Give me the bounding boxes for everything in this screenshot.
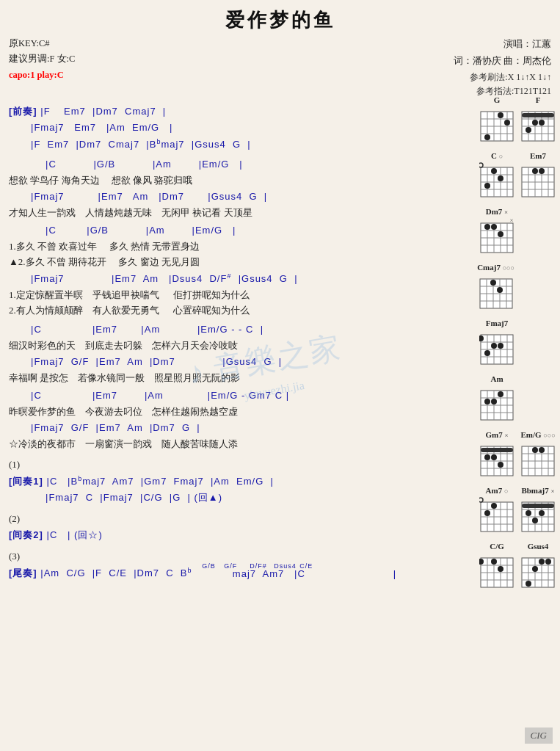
svg-point-66	[490, 280, 496, 286]
svg-point-112	[539, 447, 545, 453]
svg-point-156	[539, 559, 545, 565]
svg-point-67	[497, 287, 503, 293]
chord-row-2: C ○ Em7	[468, 151, 556, 198]
chorus-chords2: |Fmaj7 G/F |Em7 Am |Dm7 |Gsus4 G |	[9, 355, 456, 370]
svg-rect-132	[522, 504, 554, 508]
strum-pattern: 参考刷法:X 1↓↑X 1↓↑	[454, 70, 551, 84]
chorus-chords4: |Fmaj7 G/F |Em7 Am |Dm7 G |	[9, 421, 456, 436]
svg-point-135	[532, 518, 538, 523]
prelude-label: [前奏] |F Em7 |Dm7 Cmaj7 |	[9, 104, 456, 120]
chord-Cmaj7-diagram	[479, 273, 514, 310]
chord-Cmaj7: Cmaj7 ○○○	[477, 263, 514, 310]
chord-C: C ○	[479, 151, 514, 198]
svg-point-133	[526, 510, 531, 516]
chorus-lyrics1: 细汉时彩色的天 到底走去叼躲 怎样六月天会冷吱吱	[9, 338, 456, 353]
chord-Em7-diagram	[520, 162, 556, 198]
chord-row-4: Cmaj7 ○○○	[468, 263, 556, 310]
svg-point-146	[498, 566, 503, 572]
chord-F: F	[520, 95, 556, 142]
svg-point-9	[498, 112, 503, 118]
svg-point-90	[491, 399, 497, 404]
svg-point-22	[526, 127, 531, 133]
verse2-lyrics4: 2.有人为情颠颠醉 有人欲爱无勇气 心置碎呢知为什么	[9, 303, 456, 318]
chord-Am-diagram	[479, 385, 514, 421]
interlude1-line2: |Fmaj7 C |Fmaj7 |C/G |G | (回▲)	[9, 490, 456, 506]
svg-point-100	[484, 454, 490, 460]
chord-C-diagram	[479, 162, 514, 198]
chord-empty3	[520, 319, 556, 366]
chord-Dm7: Dm7 × ×	[479, 207, 514, 254]
chord-Gsus4: Gsus4	[520, 542, 556, 589]
svg-point-21	[539, 120, 545, 126]
chord-empty	[520, 207, 556, 254]
svg-point-121	[479, 498, 483, 502]
chord-row-3: Dm7 × ×	[468, 207, 556, 254]
svg-rect-99	[481, 448, 513, 452]
singer-info: 演唱：江蕙 词：潘协庆 曲：周杰伦	[454, 36, 551, 69]
prelude-line2: |Fmaj7 Em7 |Am Em/G |	[9, 120, 456, 136]
svg-point-8	[484, 134, 490, 140]
chord-row-7: Gm7 × Em/G ○○○	[468, 430, 556, 477]
svg-point-56	[491, 224, 497, 230]
svg-point-44	[539, 168, 545, 174]
chord-empty4	[520, 374, 556, 421]
svg-point-145	[491, 559, 497, 565]
interlude1-label: (1)	[9, 457, 456, 472]
interlude2-label: (2)	[9, 512, 456, 526]
chord-Gm7-diagram	[479, 440, 514, 477]
top-info: 原KEY:C# 建议男调:F 女:C capo:1 play:C 演唱：江蕙 词…	[9, 36, 551, 98]
song-title: 爱作梦的鱼	[9, 7, 551, 33]
chord-Gsus4-diagram	[520, 552, 556, 589]
verse2-lyrics3: 1.定定惊醒置半暝 乎钱追甲袂喘气 佢打拼呢知为什么	[9, 288, 456, 302]
svg-point-101	[491, 454, 497, 460]
top-right: 演唱：江蕙 词：潘协庆 曲：周杰伦 参考刷法:X 1↓↑X 1↓↑ 参考指法:T…	[454, 36, 551, 98]
svg-point-88	[498, 391, 503, 397]
bottom-logo-text: CIG	[531, 730, 547, 741]
svg-point-157	[545, 559, 551, 565]
suggested-key: 建议男调:F 女:C	[9, 51, 75, 67]
chord-CG-diagram	[479, 552, 514, 589]
svg-point-122	[484, 510, 490, 516]
svg-point-111	[532, 447, 538, 453]
chord-Bbmaj7: Bbmaj7 ×	[520, 486, 556, 533]
key-info: 原KEY:C# 建议男调:F 女:C capo:1 play:C	[9, 36, 75, 83]
svg-point-158	[532, 566, 538, 572]
original-key: 原KEY:C#	[9, 36, 75, 51]
chord-Dm7-diagram: ×	[479, 217, 514, 254]
chord-Fmaj7-diagram	[479, 329, 514, 366]
prelude-line3: |F Em7 |Dm7 Cmaj7 |Bbmaj7 |Gsus4 G |	[9, 137, 456, 153]
chord-Em7: Em7	[520, 151, 556, 198]
chord-row-8: Am7 ○ Bbmaj7 ×	[468, 486, 556, 533]
interlude2-line: [间奏2] |C | (回☆)	[9, 528, 456, 543]
svg-point-31	[479, 163, 483, 167]
svg-point-57	[498, 231, 503, 237]
chord-Bbmaj7-diagram	[520, 496, 556, 533]
chorus-chords1: |C |Em7 |Am |Em/G - - C |	[9, 322, 456, 338]
capo-info: capo:1 play:C	[9, 68, 75, 83]
svg-point-34	[484, 183, 490, 189]
chord-Fmaj7: Fmaj7	[479, 319, 514, 366]
page: 爱作梦的鱼 原KEY:C# 建议男调:F 女:C capo:1 play:C 演…	[0, 0, 560, 751]
chord-EmG-diagram	[520, 440, 556, 477]
outro-line: [尾奏] |Am C/G |F C/E |Dm7 C Bb G/B G/F D/…	[9, 565, 456, 581]
chord-G: G	[479, 95, 514, 142]
chord-G-diagram	[479, 106, 514, 142]
bottom-logo: CIG	[525, 728, 553, 744]
interlude1-line1: [间奏1] |C |Bbmaj7 Am7 |Gm7 Fmaj7 |Am Em/G…	[9, 474, 456, 490]
lyricist: 词：潘协庆 曲：周杰伦	[454, 53, 551, 70]
chord-row-6: Am	[468, 374, 556, 421]
chord-row-5: Fmaj7	[468, 319, 556, 366]
svg-point-10	[504, 120, 510, 126]
svg-point-123	[491, 503, 497, 509]
svg-point-79	[484, 350, 490, 356]
verse1-chords2: |Fmaj7 |Em7 Am |Dm7 |Gsus4 G |	[9, 189, 456, 205]
chord-Am7: Am7 ○	[479, 486, 514, 533]
main-content: [前奏] |F Em7 |Dm7 Cmaj7 | |Fmaj7 Em7 |Am …	[9, 104, 456, 581]
verse2-chords2: |Fmaj7 |Em7 Am |Dsus4 D/F# |Gsus4 G |	[9, 271, 456, 287]
chord-row-9: C/G Gsus4	[468, 542, 556, 589]
svg-point-155	[526, 581, 531, 587]
chorus-lyrics2: 幸福啊 是按怎 若像水镜同一般 照星照月照无阮的影	[9, 371, 456, 385]
svg-rect-19	[522, 113, 554, 117]
chorus-lyrics3: 昨暝爱作梦的鱼 今夜游去叼位 怎样住越闹热越空虚	[9, 404, 456, 419]
chord-Am: Am	[479, 374, 514, 421]
